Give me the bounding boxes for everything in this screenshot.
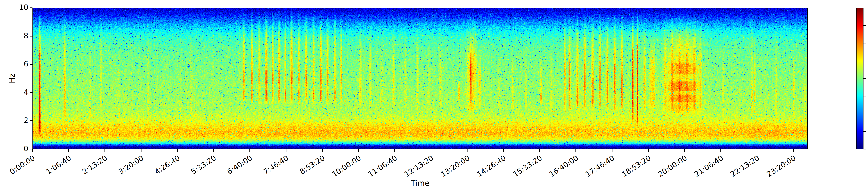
x-tick-label: 16:40:00 [548, 154, 580, 179]
x-tick-mark [576, 149, 576, 152]
colorbar-tick-mark [864, 149, 866, 149]
colorbar-tick-mark [864, 61, 866, 61]
colorbar-tick-mark [864, 131, 866, 132]
colorbar [856, 8, 864, 149]
y-tick-mark [30, 36, 32, 36]
x-tick-label: 21:06:40 [693, 154, 725, 179]
y-tick-label: 10 [19, 3, 28, 12]
y-tick-label: 4 [24, 88, 28, 97]
y-tick-mark [30, 92, 32, 93]
colorbar-tick-mark [864, 78, 866, 79]
x-tick-mark [68, 149, 69, 152]
x-tick-mark [358, 149, 359, 152]
spectrogram-canvas [33, 8, 807, 148]
x-tick-label: 3:20:00 [117, 154, 145, 176]
x-tick-label: 2:13:20 [81, 154, 109, 176]
x-tick-mark [322, 149, 323, 152]
x-tick-label: 18:53:20 [620, 154, 652, 179]
colorbar-tick-mark [864, 96, 866, 97]
x-tick-label: 6:40:00 [225, 154, 254, 176]
plot-area [32, 8, 808, 149]
x-tick-label: 17:46:40 [584, 154, 616, 179]
x-tick-label: 8:53:20 [298, 154, 326, 176]
x-tick-mark [539, 149, 540, 152]
x-tick-mark [684, 149, 685, 152]
x-tick-label: 10:00:00 [330, 154, 363, 179]
x-axis-label: Time [411, 179, 430, 188]
colorbar-tick-mark [864, 43, 866, 44]
y-tick-label: 2 [24, 116, 28, 125]
y-tick-mark [30, 64, 32, 65]
y-tick-mark [30, 120, 32, 121]
x-tick-mark [503, 149, 504, 152]
y-tick-mark [30, 7, 32, 8]
colorbar-tick-mark [864, 114, 866, 114]
x-tick-mark [467, 149, 467, 152]
y-tick-label: 6 [24, 60, 28, 68]
x-tick-mark [286, 149, 286, 152]
y-tick-label: 8 [24, 31, 28, 40]
x-tick-label: 14:26:40 [475, 154, 507, 179]
x-tick-mark [177, 149, 178, 152]
x-tick-mark [249, 149, 250, 152]
x-tick-label: 1:06:40 [44, 154, 72, 176]
x-tick-mark [648, 149, 649, 152]
x-tick-mark [720, 149, 721, 152]
x-tick-mark [757, 149, 757, 152]
x-tick-mark [793, 149, 794, 152]
x-tick-label: 5:33:20 [189, 154, 218, 176]
x-tick-label: 20:00:00 [656, 154, 688, 179]
x-tick-mark [141, 149, 142, 152]
x-tick-mark [612, 149, 613, 152]
y-tick-label: 0 [24, 144, 28, 153]
x-tick-label: 13:20:00 [439, 154, 471, 179]
x-tick-label: 15:33:20 [512, 154, 544, 179]
x-tick-mark [32, 149, 33, 152]
y-axis-label: Hz [8, 74, 17, 83]
x-tick-label: 12:13:20 [403, 154, 435, 179]
x-tick-label: 22:13:20 [729, 154, 761, 179]
x-tick-label: 23:20:00 [765, 154, 797, 179]
colorbar-tick-mark [864, 25, 866, 26]
x-tick-mark [104, 149, 105, 152]
x-tick-label: 11:06:40 [367, 154, 399, 179]
spectrogram-figure: Hz Time 0:00:001:06:402:13:203:20:004:26… [0, 0, 868, 192]
x-tick-mark [431, 149, 431, 152]
x-tick-label: 4:26:40 [153, 154, 181, 176]
x-tick-mark [395, 149, 395, 152]
y-tick-mark [30, 149, 32, 149]
x-tick-label: 7:46:40 [262, 154, 290, 176]
colorbar-tick-mark [864, 8, 866, 8]
x-tick-mark [213, 149, 214, 152]
x-tick-label: 0:00:00 [8, 154, 36, 176]
